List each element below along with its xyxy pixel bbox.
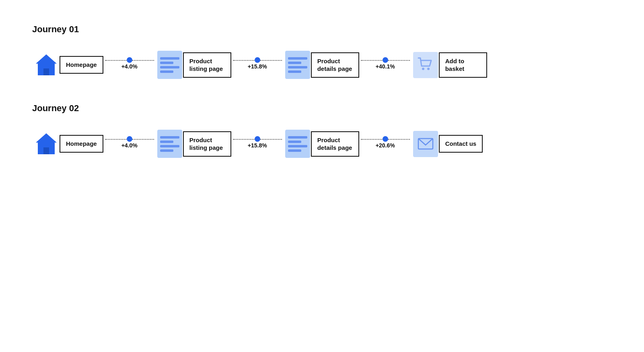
step-icon-page [284,51,312,79]
connector-2-2: +15.8% [231,139,284,149]
connector-pct-1-1: +4.0% [121,63,138,70]
step-label-1-4: Add to basket [439,52,487,78]
journey-section-2: Journey 02 Homepage+4.0%Product listing … [32,103,612,158]
connector-1-3: +40.1% [359,60,412,70]
connector-dot [127,57,132,63]
connector-2-3: +20.6% [359,139,412,149]
connector-1-1: +4.0% [103,60,156,70]
step-icon-home [32,130,60,158]
step-label-1-2: Product listing page [183,52,231,78]
step-icon-page [284,130,312,158]
connector-dot [127,136,132,142]
connector-pct-1-2: +15.8% [248,63,267,70]
step-icon-envelope [412,130,440,158]
step-label-2-3: Product details page [311,131,359,157]
step-label-1-1: Homepage [60,56,103,74]
step-icon-page [156,130,184,158]
journey-section-1: Journey 01 Homepage+4.0%Product listing … [32,24,612,79]
step-1-3: Product details page [284,51,359,79]
journey-title-1: Journey 01 [32,24,612,35]
connector-dot [255,57,260,63]
step-1-2: Product listing page [156,51,231,79]
connector-dot [383,136,388,142]
step-icon-page [156,51,184,79]
step-label-2-2: Product listing page [183,131,231,157]
journey-flow-1: Homepage+4.0%Product listing page+15.8%P… [32,51,612,79]
svg-point-2 [422,68,424,70]
step-label-2-4: Contact us [439,135,483,153]
svg-rect-5 [43,147,49,154]
step-1-1: Homepage [32,51,103,79]
connector-dot [255,136,260,142]
step-2-2: Product listing page [156,130,231,158]
step-label-2-1: Homepage [60,135,103,153]
connector-pct-2-2: +15.8% [248,142,267,149]
step-2-4: Contact us [412,130,483,158]
connector-pct-1-3: +40.1% [376,63,395,70]
connector-pct-2-3: +20.6% [376,142,395,149]
step-2-3: Product details page [284,130,359,158]
connector-pct-2-1: +4.0% [121,142,138,149]
step-label-1-3: Product details page [311,52,359,78]
connector-2-1: +4.0% [103,139,156,149]
step-2-1: Homepage [32,130,103,158]
page: Journey 01 Homepage+4.0%Product listing … [0,0,644,352]
step-icon-home [32,51,60,79]
connector-dot [383,57,388,63]
journey-title-2: Journey 02 [32,103,612,114]
step-icon-cart [412,51,440,79]
step-1-4: Add to basket [412,51,487,79]
connector-1-2: +15.8% [231,60,284,70]
journey-flow-2: Homepage+4.0%Product listing page+15.8%P… [32,130,612,158]
svg-rect-1 [43,68,49,75]
svg-point-3 [427,68,430,70]
